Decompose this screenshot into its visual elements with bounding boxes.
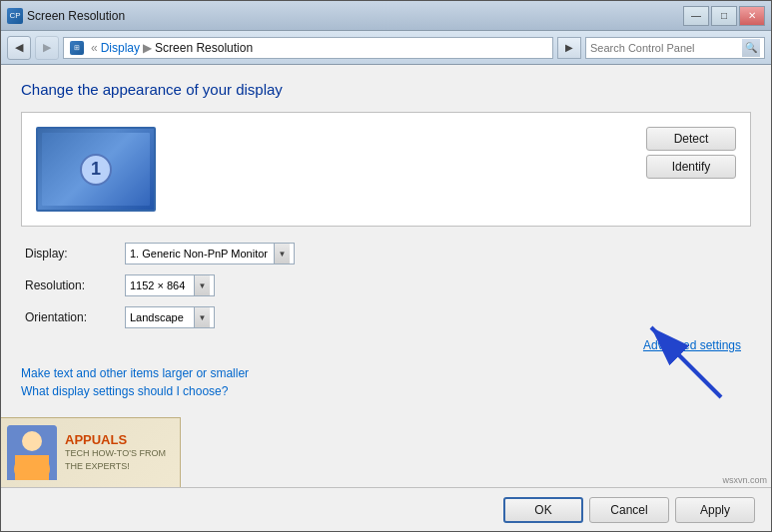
breadcrumb-current: Screen Resolution: [155, 41, 253, 55]
minimize-button[interactable]: —: [683, 6, 709, 26]
display-box: 1 Detect Identify: [21, 112, 751, 227]
orientation-select-value: Landscape: [130, 311, 190, 323]
resolution-select-arrow: ▼: [194, 275, 210, 295]
display-select[interactable]: 1. Generic Non-PnP Monitor ▼: [125, 243, 295, 265]
window-title: Screen Resolution: [27, 9, 125, 23]
footer: OK Cancel Apply: [1, 487, 771, 531]
settings-area: Display: 1. Generic Non-PnP Monitor ▼ Re…: [21, 243, 751, 328]
close-button[interactable]: ✕: [739, 6, 765, 26]
resolution-select-value: 1152 × 864: [130, 279, 190, 291]
resolution-label: Resolution:: [25, 278, 125, 292]
display-row: Display: 1. Generic Non-PnP Monitor ▼: [25, 243, 747, 265]
display-buttons: Detect Identify: [646, 127, 736, 179]
identify-button[interactable]: Identify: [646, 155, 736, 179]
address-bar: ◀ ▶ ⊞ « Display ▶ Screen Resolution ▶ 🔍: [1, 31, 771, 65]
svg-rect-5: [15, 455, 49, 480]
display-preview: 1: [36, 127, 156, 212]
title-bar: CP Screen Resolution — □ ✕: [1, 1, 771, 31]
back-button[interactable]: ◀: [7, 36, 31, 60]
page-title: Change the appearance of your display: [21, 81, 751, 98]
watermark-brand: APPUALS: [65, 432, 174, 447]
search-input[interactable]: [590, 42, 742, 54]
apply-button[interactable]: Apply: [675, 497, 755, 523]
display-select-arrow: ▼: [274, 244, 290, 264]
orientation-row: Orientation: Landscape ▼: [25, 306, 747, 328]
monitor-image: 1: [36, 127, 156, 212]
site-watermark: wsxvn.com: [722, 475, 767, 485]
search-box: 🔍: [585, 37, 765, 59]
advanced-settings-link[interactable]: Advanced settings: [643, 338, 741, 352]
title-bar-left: CP Screen Resolution: [7, 8, 125, 24]
svg-point-3: [22, 431, 42, 451]
search-button[interactable]: 🔍: [742, 39, 760, 57]
address-path: ⊞ « Display ▶ Screen Resolution: [63, 37, 553, 59]
breadcrumb-icon: ⊞: [70, 41, 84, 55]
orientation-label: Orientation:: [25, 310, 125, 324]
watermark: APPUALS TECH HOW-TO'S FROM THE EXPERTS!: [1, 417, 181, 487]
breadcrumb-separator: «: [91, 41, 98, 55]
resolution-row: Resolution: 1152 × 864 ▼: [25, 274, 747, 296]
display-label: Display:: [25, 247, 125, 261]
address-go-button[interactable]: ▶: [557, 37, 581, 59]
maximize-button[interactable]: □: [711, 6, 737, 26]
bottom-links: Make text and other items larger or smal…: [21, 366, 751, 398]
window-icon: CP: [7, 8, 23, 24]
advanced-settings-area: Advanced settings: [21, 338, 751, 352]
window: CP Screen Resolution — □ ✕ ◀ ▶ ⊞ « Displ…: [0, 0, 772, 532]
main-content: Change the appearance of your display 1 …: [1, 65, 771, 487]
watermark-text: APPUALS TECH HOW-TO'S FROM THE EXPERTS!: [65, 432, 174, 472]
title-controls: — □ ✕: [683, 6, 765, 26]
display-settings-link[interactable]: What display settings should I choose?: [21, 384, 751, 398]
monitor-number: 1: [80, 154, 112, 186]
watermark-tagline: TECH HOW-TO'S FROM THE EXPERTS!: [65, 447, 174, 472]
watermark-avatar: [7, 425, 57, 480]
orientation-select-arrow: ▼: [194, 307, 210, 327]
breadcrumb-display[interactable]: Display: [101, 41, 140, 55]
forward-button[interactable]: ▶: [35, 36, 59, 60]
ok-button[interactable]: OK: [503, 497, 583, 523]
resolution-select[interactable]: 1152 × 864 ▼: [125, 274, 215, 296]
display-select-value: 1. Generic Non-PnP Monitor: [130, 248, 270, 260]
detect-button[interactable]: Detect: [646, 127, 736, 151]
breadcrumb-sep2: ▶: [143, 41, 152, 55]
cancel-button[interactable]: Cancel: [589, 497, 669, 523]
larger-text-link[interactable]: Make text and other items larger or smal…: [21, 366, 751, 380]
orientation-select[interactable]: Landscape ▼: [125, 306, 215, 328]
